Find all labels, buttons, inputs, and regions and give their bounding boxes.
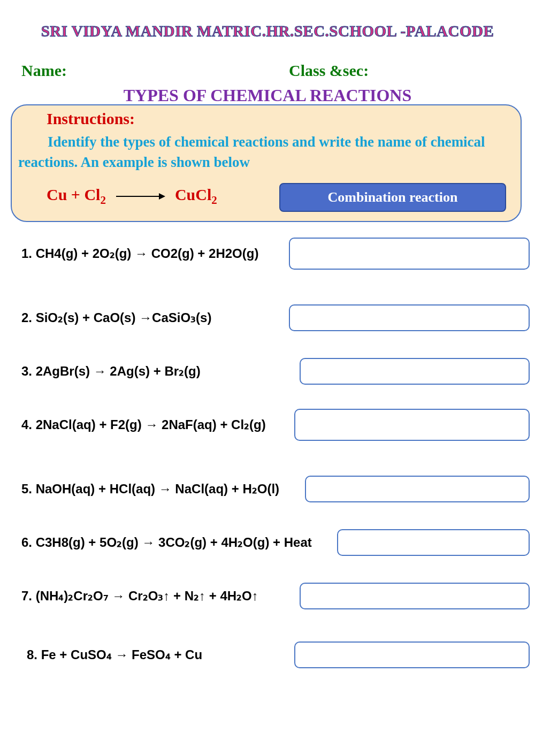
question-row-5: 5. NaOH(aq) + HCl(aq) → NaCl(aq) + H₂O(l…: [21, 482, 514, 497]
answer-input-4[interactable]: [294, 409, 530, 441]
answer-input-5[interactable]: [305, 476, 530, 502]
question-text: 7. (NH₄)₂Cr₂O₇ → Cr₂O₃↑ + N₂↑ + 4H₂O↑: [21, 589, 258, 604]
topic-title: TYPES OF CHEMICAL REACTIONS: [0, 86, 535, 105]
question-text: 4. 2NaCl(aq) + F2(g) → 2NaF(aq) + Cl₂(g): [21, 417, 266, 432]
name-label: Name:: [21, 62, 67, 80]
answer-input-2[interactable]: [289, 304, 530, 331]
worksheet-page: SRI VIDYA MANDIR MATRIC.HR.SEC.SCHOOL -P…: [0, 0, 535, 756]
answer-input-6[interactable]: [337, 529, 530, 556]
answer-input-8[interactable]: [294, 642, 530, 668]
question-text: 8. Fe + CuSO₄ → FeSO₄ + Cu: [27, 647, 202, 662]
example-rhs: CuCl: [175, 186, 211, 203]
question-row-8: 8. Fe + CuSO₄ → FeSO₄ + Cu: [21, 647, 514, 662]
answer-input-7[interactable]: [300, 583, 530, 609]
instructions-body: Identify the types of chemical reactions…: [18, 132, 514, 173]
question-row-1: 1. CH4(g) + 2O₂(g) → CO2(g) + 2H2O(g): [21, 246, 514, 261]
example-answer-badge: Combination reaction: [279, 183, 506, 212]
question-text: 3. 2AgBr(s) → 2Ag(s) + Br₂(g): [21, 364, 201, 379]
question-text: 1. CH4(g) + 2O₂(g) → CO2(g) + 2H2O(g): [21, 246, 258, 261]
question-row-7: 7. (NH₄)₂Cr₂O₇ → Cr₂O₃↑ + N₂↑ + 4H₂O↑: [21, 589, 514, 604]
question-row-6: 6. C3H8(g) + 5O₂(g) → 3CO₂(g) + 4H₂O(g) …: [21, 535, 514, 550]
example-rhs-sub: 2: [211, 194, 217, 207]
answer-input-3[interactable]: [300, 358, 530, 385]
arrow-icon: [116, 196, 164, 197]
question-row-2: 2. SiO₂(s) + CaO(s) →CaSiO₃(s): [21, 310, 514, 325]
question-text: 5. NaOH(aq) + HCl(aq) → NaCl(aq) + H₂O(l…: [21, 482, 279, 497]
answer-input-1[interactable]: [289, 238, 530, 270]
school-title: SRI VIDYA MANDIR MATRIC.HR.SEC.SCHOOL -P…: [0, 22, 535, 40]
instructions-box: Instructions: Identify the types of chem…: [11, 104, 522, 222]
question-text: 2. SiO₂(s) + CaO(s) →CaSiO₃(s): [21, 310, 211, 325]
instructions-heading: Instructions:: [47, 110, 135, 128]
question-row-4: 4. 2NaCl(aq) + F2(g) → 2NaF(aq) + Cl₂(g): [21, 417, 514, 432]
example-lhs: Cu + Cl: [47, 186, 100, 203]
example-lhs-sub: 2: [100, 194, 106, 207]
example-equation: Cu + Cl2 CuCl2: [47, 186, 217, 207]
question-text: 6. C3H8(g) + 5O₂(g) → 3CO₂(g) + 4H₂O(g) …: [21, 535, 312, 550]
class-sec-label: Class &sec:: [289, 62, 369, 80]
question-row-3: 3. 2AgBr(s) → 2Ag(s) + Br₂(g): [21, 364, 514, 379]
